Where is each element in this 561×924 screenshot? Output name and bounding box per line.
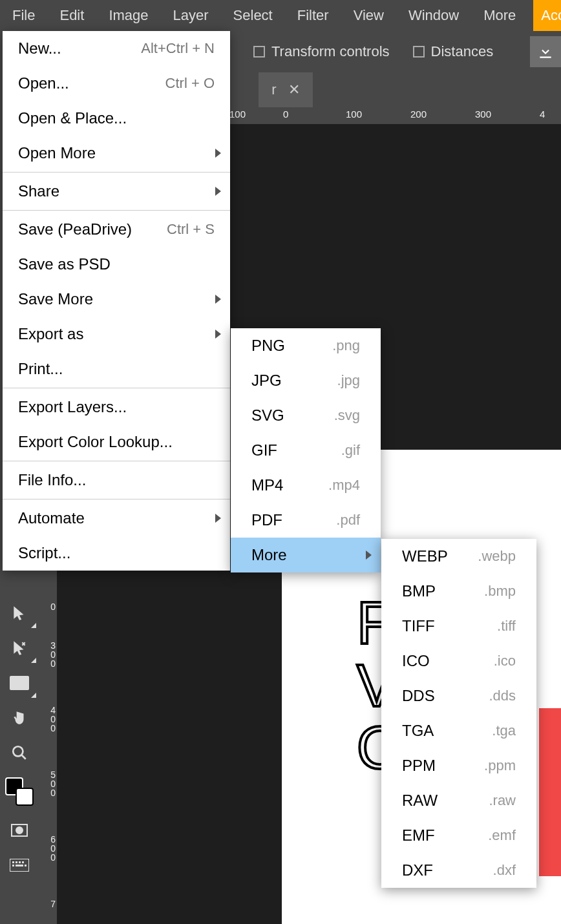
- file-new[interactable]: New...Alt+Ctrl + N: [3, 31, 230, 66]
- ruler-tick: 7: [40, 899, 56, 908]
- export-webp[interactable]: WEBP.webp: [381, 539, 536, 574]
- svg-rect-7: [19, 861, 21, 863]
- export-svg[interactable]: SVG.svg: [231, 398, 381, 433]
- export-dds[interactable]: DDS.dds: [381, 678, 536, 713]
- file-open[interactable]: Open...Ctrl + O: [3, 66, 230, 101]
- arrow-tool-icon: [11, 605, 28, 622]
- export-gif[interactable]: GIF.gif: [231, 433, 381, 468]
- ruler-tick: 0: [40, 602, 56, 611]
- ruler-tick: 400: [40, 706, 56, 733]
- move-tool[interactable]: [0, 631, 39, 666]
- export-emf[interactable]: EMF.emf: [381, 818, 536, 853]
- ruler-tick: 300: [40, 641, 56, 668]
- hand-tool-icon: [11, 709, 28, 726]
- transform-controls-label: Transform controls: [271, 43, 390, 60]
- svg-rect-5: [12, 861, 14, 863]
- quickmask-icon: [11, 824, 28, 837]
- distances-toggle[interactable]: Distances: [413, 43, 494, 60]
- ruler-tick: 100: [229, 109, 246, 120]
- account-button[interactable]: Acc: [533, 0, 561, 31]
- file-export-lut[interactable]: Export Color Lookup...: [3, 425, 230, 459]
- menu-separator: [3, 210, 230, 211]
- ruler-tick: 600: [40, 835, 56, 862]
- file-open-place[interactable]: Open & Place...: [3, 101, 230, 136]
- file-save-psd[interactable]: Save as PSD: [3, 247, 230, 282]
- file-export-as[interactable]: Export as: [3, 317, 230, 352]
- red-shape-fragment: [539, 708, 561, 876]
- svg-rect-11: [25, 865, 26, 866]
- checkbox-icon: [253, 46, 265, 58]
- menu-view[interactable]: View: [341, 0, 396, 31]
- menu-file[interactable]: File: [0, 0, 47, 31]
- hand-tool[interactable]: [0, 700, 39, 735]
- export-ico[interactable]: ICO.ico: [381, 644, 536, 678]
- zoom-tool[interactable]: [0, 735, 39, 770]
- file-export-layers[interactable]: Export Layers...: [3, 390, 230, 425]
- menu-more[interactable]: More: [471, 0, 528, 31]
- file-info[interactable]: File Info...: [3, 463, 230, 498]
- menu-separator: [3, 461, 230, 461]
- top-menubar: File Edit Image Layer Select Filter View…: [0, 0, 561, 31]
- export-more-menu: WEBP.webp BMP.bmp TIFF.tiff ICO.ico DDS.…: [381, 539, 536, 888]
- export-ppm[interactable]: PPM.ppm: [381, 748, 536, 783]
- export-as-menu: PNG.png JPG.jpg SVG.svg GIF.gif MP4.mp4 …: [231, 328, 381, 572]
- keyboard-button[interactable]: [0, 848, 39, 883]
- file-print[interactable]: Print...: [3, 352, 230, 386]
- file-script[interactable]: Script...: [3, 536, 230, 571]
- chevron-right-icon: [215, 149, 221, 158]
- ruler-tick: 200: [410, 109, 427, 120]
- ruler-tick: 100: [346, 109, 362, 120]
- export-jpg[interactable]: JPG.jpg: [231, 363, 381, 398]
- ruler-tick: 4: [540, 109, 545, 120]
- export-pdf[interactable]: PDF.pdf: [231, 503, 381, 538]
- quickmask-button[interactable]: [0, 813, 39, 848]
- download-button[interactable]: [530, 36, 561, 67]
- chevron-right-icon: [215, 187, 221, 196]
- menu-separator: [3, 388, 230, 388]
- menu-separator: [3, 172, 230, 173]
- export-png[interactable]: PNG.png: [231, 328, 381, 363]
- download-icon: [537, 43, 554, 60]
- menu-image[interactable]: Image: [96, 0, 160, 31]
- svg-rect-9: [12, 865, 14, 866]
- zoom-tool-icon: [11, 744, 28, 761]
- rect-tool[interactable]: [0, 666, 39, 700]
- export-tga[interactable]: TGA.tga: [381, 713, 536, 748]
- export-mp4[interactable]: MP4.mp4: [231, 468, 381, 503]
- svg-rect-8: [22, 861, 24, 863]
- export-tiff[interactable]: TIFF.tiff: [381, 609, 536, 644]
- pointer-tool[interactable]: [0, 596, 39, 631]
- svg-rect-0: [10, 676, 29, 690]
- menu-filter[interactable]: Filter: [285, 0, 341, 31]
- export-bmp[interactable]: BMP.bmp: [381, 574, 536, 609]
- menu-separator: [3, 499, 230, 499]
- file-share[interactable]: Share: [3, 174, 230, 209]
- file-save[interactable]: Save (PeaDrive)Ctrl + S: [3, 212, 230, 247]
- svg-rect-6: [16, 861, 17, 863]
- export-raw[interactable]: RAW.raw: [381, 783, 536, 818]
- chevron-right-icon: [366, 551, 372, 560]
- tab-tail-char: r: [271, 81, 276, 98]
- background-color-swatch[interactable]: [16, 788, 34, 806]
- arrow-x-tool-icon: [11, 640, 28, 656]
- menu-window[interactable]: Window: [396, 0, 471, 31]
- color-swatches[interactable]: [0, 770, 39, 813]
- file-save-more[interactable]: Save More: [3, 282, 230, 317]
- chevron-right-icon: [215, 514, 221, 523]
- chevron-right-icon: [215, 295, 221, 304]
- keyboard-icon: [10, 859, 29, 872]
- transform-controls-toggle[interactable]: Transform controls: [253, 43, 390, 60]
- svg-point-1: [13, 746, 23, 756]
- menu-layer[interactable]: Layer: [161, 0, 221, 31]
- file-open-more[interactable]: Open More: [3, 136, 230, 171]
- rect-tool-icon: [10, 676, 29, 690]
- menu-select[interactable]: Select: [221, 0, 285, 31]
- svg-point-3: [16, 827, 23, 834]
- menu-edit[interactable]: Edit: [47, 0, 96, 31]
- export-more[interactable]: More: [231, 538, 381, 572]
- export-dxf[interactable]: DXF.dxf: [381, 853, 536, 888]
- file-automate[interactable]: Automate: [3, 501, 230, 536]
- svg-rect-10: [16, 865, 23, 866]
- close-icon[interactable]: ✕: [288, 81, 300, 98]
- tab-close-area: r ✕: [259, 72, 313, 107]
